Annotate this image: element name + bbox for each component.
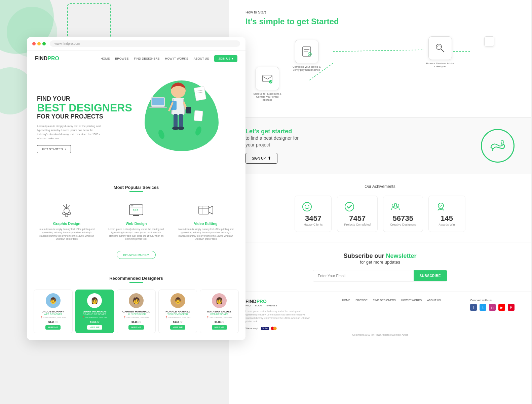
jacob-avatar: 👨 bbox=[46, 293, 61, 308]
newsletter-form: SUBSCRIBE bbox=[313, 270, 447, 281]
svg-point-37 bbox=[194, 126, 203, 136]
jacob-location: 📍 San Fransisco, New York bbox=[37, 316, 70, 318]
natasha-role: WEB DESIGNER bbox=[203, 313, 236, 315]
browse-more-button[interactable]: BROWSE MORE ▾ bbox=[117, 251, 155, 259]
jerry-role: GRAPHIC DESIGNER bbox=[78, 313, 111, 315]
services-title: Most Popular Sevices bbox=[34, 185, 239, 190]
web-design-icon: </> bbox=[128, 202, 145, 219]
svg-point-13 bbox=[305, 205, 306, 206]
footer-top: FINDPRO FAQ BLOG EVENTS Lorem ipsum is s… bbox=[245, 299, 515, 330]
video-editing-title: Video Editing bbox=[176, 222, 235, 226]
nav-how-it-works[interactable]: HOW IT WORKS bbox=[165, 57, 188, 60]
video-editing-desc: Lorem ipsum is simply dummy text of the … bbox=[176, 228, 235, 241]
right-panel: How to Start It's simple to get Started bbox=[229, 0, 531, 404]
svg-point-47 bbox=[131, 205, 132, 206]
twitter-icon[interactable]: t bbox=[480, 304, 486, 311]
hire-jerry-button[interactable]: HIRE ME bbox=[87, 325, 102, 330]
social-links: f t in ▶ P bbox=[470, 304, 515, 311]
footer-link-blog[interactable]: BLOG bbox=[255, 304, 262, 307]
jerry-avatar: 👩 bbox=[87, 293, 102, 308]
footer-nav-about[interactable]: ABOUT US bbox=[427, 299, 441, 302]
awards-title: Awards Win bbox=[435, 223, 458, 226]
step-1-icon bbox=[301, 45, 313, 58]
awards-icon bbox=[435, 201, 458, 212]
svg-rect-51 bbox=[199, 206, 209, 214]
hire-jacob-button[interactable]: HIRE ME bbox=[45, 325, 61, 330]
step-2-icon bbox=[261, 72, 273, 85]
instagram-icon[interactable]: in bbox=[489, 304, 496, 311]
nav-home[interactable]: HOME bbox=[101, 57, 110, 60]
footer-nav-home[interactable]: HOME bbox=[342, 299, 350, 302]
footer-desc: Lorem ipsum is simply dummy text of the … bbox=[245, 310, 313, 323]
footer-brand: FINDPRO FAQ BLOG EVENTS Lorem ipsum is s… bbox=[245, 299, 313, 330]
hire-carmen-button[interactable]: HIRE ME bbox=[128, 325, 144, 330]
carmen-role: UI/UX DESIGNER bbox=[120, 313, 153, 315]
designers-title: Creative Designers bbox=[390, 223, 416, 226]
projects-title: Projects Completed bbox=[344, 223, 371, 226]
subscribe-button[interactable]: SUBSCRIBE bbox=[414, 270, 447, 281]
dot-minimize bbox=[37, 42, 41, 45]
browser-url-bar[interactable]: www.findpro.com bbox=[50, 40, 240, 47]
handshake-icon bbox=[488, 136, 508, 156]
step-3-label: Browse Services & hirea designer bbox=[426, 62, 454, 68]
footer-nav: HOME BROWSE FIND DESIGNERS HOW IT WORKS … bbox=[342, 299, 441, 302]
signup-btn-label: SIGN UP bbox=[252, 157, 266, 160]
happy-clients-title: Happy Clients bbox=[302, 223, 325, 226]
natasha-avatar: 👩 bbox=[212, 293, 227, 308]
nav-browse[interactable]: BROWSE bbox=[115, 57, 128, 60]
footer-extra-links: FAQ BLOG EVENTS bbox=[245, 304, 313, 307]
natasha-name: NATASHA VALDEZ bbox=[203, 310, 236, 313]
signup-button[interactable]: SIGN UP ⬆ bbox=[245, 153, 277, 164]
step-3-box bbox=[428, 36, 452, 60]
svg-text:</>: </> bbox=[132, 208, 139, 212]
designer-natasha: 👩 NATASHA VALDEZ WEB DESIGNER 📍 San Fran… bbox=[200, 290, 239, 333]
email-input[interactable] bbox=[313, 270, 414, 281]
svg-point-9 bbox=[436, 44, 442, 49]
svg-rect-35 bbox=[194, 110, 203, 121]
footer-nav-how[interactable]: HOW IT WORKS bbox=[401, 299, 422, 302]
svg-rect-24 bbox=[186, 107, 191, 113]
dot-maximize bbox=[42, 42, 46, 45]
ach-happy-clients: 3457 Happy Clients bbox=[295, 196, 332, 232]
footer-nav-browse[interactable]: BROWSE bbox=[355, 299, 368, 302]
ronald-role: WEB DEVELOPER bbox=[161, 313, 194, 315]
happy-clients-number: 3457 bbox=[302, 214, 325, 223]
jerry-name: JERRY RICHARDS bbox=[78, 310, 111, 313]
graphic-design-desc: Lorem ipsum is simply dummy text of the … bbox=[37, 228, 97, 241]
svg-rect-31 bbox=[149, 107, 167, 108]
ronald-price: $148 /hr bbox=[161, 321, 194, 324]
dot-close bbox=[32, 42, 36, 45]
connect-label: Connect with us bbox=[470, 299, 515, 302]
svg-point-19 bbox=[395, 208, 396, 208]
ronald-name: RONALD RAMIREZ bbox=[161, 310, 194, 313]
hire-natasha-button[interactable]: HIRE ME bbox=[212, 325, 227, 330]
steps-svg bbox=[245, 33, 515, 107]
pinterest-icon[interactable]: P bbox=[508, 304, 515, 311]
carmen-name: CARMEN MARSHALL bbox=[120, 310, 153, 313]
footer-link-faq[interactable]: FAQ bbox=[245, 304, 251, 307]
join-us-button[interactable]: JOIN US ▾ bbox=[214, 55, 237, 62]
designers-number: 56735 bbox=[390, 214, 416, 223]
svg-point-44 bbox=[65, 214, 68, 217]
svg-point-14 bbox=[308, 205, 309, 206]
hire-ronald-button[interactable]: HIRE ME bbox=[170, 325, 185, 330]
ronald-avatar: 👨 bbox=[170, 293, 185, 308]
how-start-title: It's simple to get Started bbox=[245, 17, 515, 26]
svg-rect-32 bbox=[194, 87, 206, 101]
get-started-button[interactable]: GET STARTED › bbox=[37, 145, 71, 153]
designer-carmen: 🧑 CARMEN MARSHALL UI/UX DESIGNER 📍 San F… bbox=[117, 290, 156, 333]
footer-accept: We accept: VISA ⬤⬤ bbox=[245, 326, 313, 330]
steps-diagram: Complete your profile &verify payment me… bbox=[245, 33, 515, 107]
step-2-label: Sign up for a account &Confirm your emai… bbox=[252, 92, 282, 101]
designer-jerry: 👩 JERRY RICHARDS GRAPHIC DESIGNER 📍 San … bbox=[75, 290, 114, 333]
achievements-grid: 3457 Happy Clients 7457 Projects Complet… bbox=[245, 196, 515, 232]
facebook-icon[interactable]: f bbox=[470, 304, 477, 311]
footer-nav-find[interactable]: FIND DESIGNERS bbox=[373, 299, 396, 302]
svg-point-36 bbox=[157, 129, 166, 140]
happy-clients-icon bbox=[302, 201, 325, 212]
nav-about[interactable]: ABOUT US bbox=[194, 57, 209, 60]
nav-find-designers[interactable]: FIND DESIGNERS bbox=[134, 57, 160, 60]
step-4 bbox=[484, 36, 494, 46]
footer-link-events[interactable]: EVENTS bbox=[266, 304, 277, 307]
youtube-icon[interactable]: ▶ bbox=[498, 304, 505, 311]
